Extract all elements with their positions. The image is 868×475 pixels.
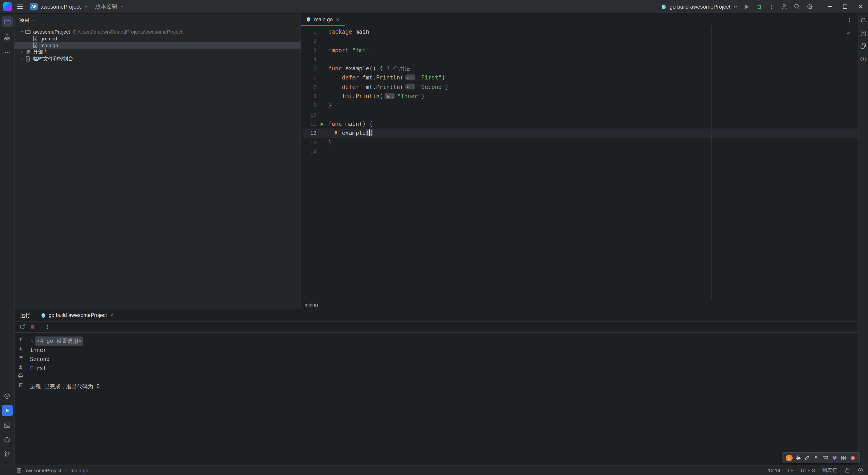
problems-tool-window-button[interactable] [2, 434, 12, 445]
debug-button[interactable] [756, 3, 763, 10]
terminal-tool-window-button[interactable] [2, 420, 12, 431]
clear-console-button[interactable] [17, 381, 24, 388]
background-tasks-icon[interactable] [858, 467, 864, 473]
services-tool-window-button[interactable] [2, 390, 12, 402]
search-icon[interactable] [794, 3, 800, 10]
project-panel-header[interactable]: 项目 [14, 13, 301, 26]
tree-item-label: 外部库 [33, 49, 48, 55]
tab-main-go[interactable]: main.go [301, 13, 345, 26]
handwriting-pen-icon[interactable] [804, 455, 810, 461]
file-encoding[interactable]: UTF-8 [801, 468, 815, 473]
statusbar-file[interactable]: main.go [71, 468, 88, 473]
scroll-to-end-button[interactable] [17, 363, 24, 370]
titlebar: AP awesomeProject 版本控制 go build awesomeP… [0, 0, 868, 13]
microphone-icon[interactable] [813, 455, 819, 461]
fold-expand-icon[interactable] [30, 339, 35, 343]
code-line[interactable]: 12 example() [303, 129, 858, 138]
user-account-button[interactable] [781, 3, 788, 10]
more-actions-button[interactable] [769, 3, 775, 10]
database-icon[interactable] [860, 30, 867, 37]
project-tree: awesomeProjectC:\Users\meowr\GolandProje… [14, 26, 301, 62]
code-tools-icon[interactable] [860, 55, 867, 63]
minimize-button[interactable] [822, 0, 837, 13]
close-tab-icon[interactable] [109, 313, 114, 318]
line-separator[interactable]: LF [788, 468, 794, 473]
code-line[interactable]: 7 defer fmt.Println(a…"Second") [303, 83, 858, 92]
skin-theme-icon[interactable] [832, 455, 838, 461]
console-output[interactable]: <4 go 设置调用>InnerSecondFirst 进程 已完成，退出代码为… [26, 333, 858, 465]
token-kw: import [328, 47, 349, 53]
lock-icon[interactable] [844, 467, 850, 473]
run-configuration-selector[interactable]: go build awesomeProject [660, 3, 738, 10]
project-widget[interactable]: AP awesomeProject [28, 2, 90, 11]
tab-options-icon[interactable] [846, 17, 852, 23]
stop-button[interactable] [30, 324, 36, 330]
breadcrumb[interactable]: main() [301, 301, 858, 309]
code-area[interactable]: 1package main2 3import "fmt"4 5func exam… [301, 26, 858, 301]
run-gutter-icon[interactable] [318, 119, 326, 129]
line-number: 6 [303, 73, 316, 83]
inspection-ok-icon[interactable] [846, 30, 851, 36]
tree-item[interactable]: awesomeProjectC:\Users\meowr\GolandProje… [14, 28, 301, 35]
structure-icon [4, 34, 10, 41]
more-tool-windows-button[interactable] [2, 47, 12, 58]
token-pl: fmt. [359, 74, 376, 81]
code-line[interactable]: 10 [303, 110, 858, 119]
tree-item[interactable]: 外部库 [14, 49, 301, 55]
run-panel-header: 运行 go build awesomeProject [14, 309, 858, 321]
project-tool-window-button[interactable] [2, 16, 12, 27]
ime-language-toggle[interactable]: 英 [796, 454, 801, 461]
token-kw: func [328, 120, 342, 127]
build-tool-icon[interactable] [860, 43, 867, 50]
chevron-right-icon[interactable] [19, 57, 25, 61]
breadcrumb-item[interactable]: main() [305, 302, 318, 307]
soft-wrap-button[interactable] [17, 354, 24, 361]
code-line[interactable]: 5func example() { 1 个用法 [303, 64, 858, 73]
token-pl: ( [400, 74, 403, 81]
structure-tool-window-button[interactable] [2, 32, 12, 43]
rerun-button[interactable] [19, 324, 25, 330]
code-line[interactable]: 6 defer fmt.Println(a…"First") [303, 73, 858, 83]
tree-item[interactable]: go.mod [14, 35, 301, 42]
main-menu-icon[interactable] [16, 3, 25, 11]
vcs-widget[interactable]: 版本控制 [93, 2, 126, 11]
code-line[interactable]: 11func main() { [303, 119, 858, 129]
line-number: 14 [303, 147, 316, 156]
jump-to-bottom-button[interactable] [17, 345, 24, 352]
code-line[interactable]: 9} [303, 101, 858, 110]
maximize-button[interactable] [837, 0, 852, 13]
code-line[interactable]: 3import "fmt" [303, 46, 858, 55]
statusbar-project[interactable]: awesomeProject [25, 468, 62, 473]
close-button[interactable] [852, 0, 868, 13]
notifications-bell-icon[interactable] [860, 17, 867, 24]
version-control-tool-window-button[interactable] [2, 449, 12, 459]
run-button[interactable] [744, 3, 750, 10]
console-stdout-text: First [30, 364, 46, 373]
code-line[interactable]: 13} [303, 138, 858, 147]
close-tab-icon[interactable] [336, 17, 340, 22]
code-line[interactable]: 8 fmt.Println(a…"Inner") [303, 92, 858, 101]
indent-style[interactable]: 制表符 [822, 467, 837, 474]
toolbox-grid-icon[interactable] [841, 455, 847, 461]
run-tool-window-button[interactable] [2, 405, 12, 416]
tree-item[interactable]: 临时文件和控制台 [14, 55, 301, 62]
jump-to-top-button[interactable] [17, 335, 24, 343]
run-options-icon[interactable] [44, 324, 51, 330]
run-tab[interactable]: go build awesomeProject [40, 312, 114, 318]
code-line[interactable]: 2 [303, 36, 858, 46]
ime-settings-icon[interactable] [850, 455, 856, 461]
code-line[interactable]: 14 [303, 147, 858, 156]
code-line[interactable]: 4 [303, 55, 858, 64]
sogou-logo-icon[interactable]: S [786, 454, 793, 461]
chevron-right-icon[interactable] [19, 50, 25, 54]
virtual-keyboard-icon[interactable] [822, 454, 829, 461]
console-command[interactable]: <4 go 设置调用> [35, 336, 83, 346]
code-line[interactable]: 1package main [303, 27, 858, 36]
settings-gear-icon[interactable] [806, 3, 813, 10]
cursor-position[interactable]: 12:14 [768, 468, 780, 473]
console-line: 进程 已完成，退出代码为 0 [30, 382, 858, 391]
intention-bulb-icon[interactable] [333, 130, 339, 136]
print-button[interactable] [17, 372, 24, 379]
chevron-down-icon[interactable] [19, 29, 25, 34]
tree-item[interactable]: main.go [14, 42, 301, 49]
